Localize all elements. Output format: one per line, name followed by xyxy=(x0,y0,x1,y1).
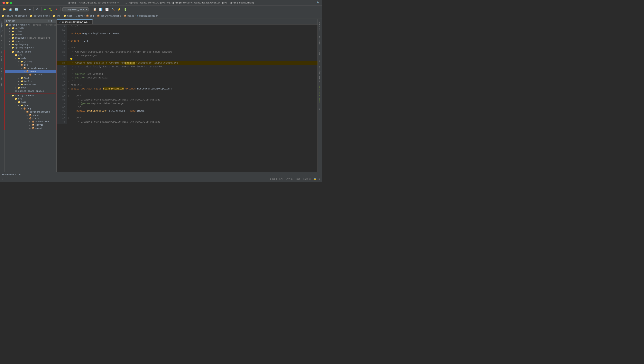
tree-spring-aop[interactable]: ▶ 📁 spring-aop xyxy=(5,43,57,46)
breadcrumb-spring-beans[interactable]: 📁 spring-beans xyxy=(30,14,50,17)
code-text: * xyxy=(70,69,317,72)
breadcrumb-beans[interactable]: 📦 beans xyxy=(124,14,134,17)
package-icon: 📦 xyxy=(32,127,35,130)
tree-java-beans[interactable]: ▶ 📁 java xyxy=(5,76,56,80)
tree-test[interactable]: ▶ 📁 test xyxy=(5,86,56,90)
tree-event[interactable]: ▶ 📦 event xyxy=(5,127,56,130)
bean-validation-tab[interactable]: Bean Validation xyxy=(318,84,321,104)
terminal-button[interactable]: ⚡ xyxy=(117,7,122,12)
project-tab[interactable]: 1: Project xyxy=(0,19,4,33)
tree-src-context[interactable]: ▾ 📁 src xyxy=(5,97,56,100)
tree-spring-context[interactable]: ▾ 📁 spring-context xyxy=(5,94,56,97)
tree-spring-beans[interactable]: ▾ 📁 spring-beans xyxy=(5,50,56,54)
tree-cache[interactable]: ▶ 📦 cache xyxy=(5,114,56,117)
breadcrumb-main[interactable]: 📁 main xyxy=(63,14,72,17)
fold-marker[interactable]: ⊖ xyxy=(67,80,70,83)
package-icon: 📦 xyxy=(23,107,26,110)
tree-java-context[interactable]: ▾ 📁 java xyxy=(5,104,56,107)
tree-idea[interactable]: ▶ 📁 .idea xyxy=(5,30,57,33)
tree-build[interactable]: ▶ 📁 build xyxy=(5,33,57,36)
database-tab[interactable]: Database xyxy=(318,34,321,47)
tree-resources[interactable]: ▶ 📁 resources xyxy=(5,83,56,86)
coverage-button[interactable]: 📊 xyxy=(98,7,103,12)
code-editor[interactable]: 1 ▾ /.../ 16 17 package org.springframew… xyxy=(57,24,317,172)
code-view[interactable]: 1 ▾ /.../ 16 17 package org.springframew… xyxy=(57,24,317,172)
tree-factory[interactable]: ▶ 📦 factory xyxy=(5,73,56,76)
tree-gradle[interactable]: ▶ 📁 .gradle xyxy=(5,26,57,30)
tree-spring-aspects[interactable]: ▶ 📁 spring-aspects xyxy=(5,46,57,50)
tree-springframework-beans[interactable]: ▾ 📦 springframework xyxy=(5,66,56,70)
bulb-icon[interactable]: 💡 xyxy=(70,58,73,61)
tree-buildsrc[interactable]: ▶ 📁 buildSrc [spring-build-src] xyxy=(5,36,57,40)
tree-label: spring-aspects xyxy=(15,46,34,49)
code-line-34: 34 xyxy=(57,91,317,94)
minimize-button[interactable] xyxy=(6,2,9,4)
sync-button[interactable]: 🔄 xyxy=(14,7,19,12)
save-button[interactable]: 💾 xyxy=(8,7,13,12)
fold-marker[interactable]: ⊖ xyxy=(67,94,70,98)
folder-icon: 📁 xyxy=(12,50,15,53)
breadcrumb-java[interactable]: ☕ java xyxy=(76,14,83,17)
editor-tab-beansexception[interactable]: J BeansException.java ✕ xyxy=(57,20,93,24)
gradle-tab[interactable]: Gradle xyxy=(318,48,321,58)
tree-main-context[interactable]: ▾ 📁 main xyxy=(5,100,56,104)
build-button[interactable]: 🔨 xyxy=(110,7,116,12)
breadcrumb-src[interactable]: 📁 src xyxy=(53,14,61,17)
open-button[interactable]: 📂 xyxy=(2,7,7,12)
jsf-tab[interactable]: JSF xyxy=(318,105,321,112)
run-config-dropdown[interactable]: spring-beans_main xyxy=(62,7,89,12)
maven-tab[interactable]: Maven Projects xyxy=(318,64,321,84)
web-tab[interactable]: Web xyxy=(0,82,4,88)
tree-main-beans[interactable]: ▾ 📁 main xyxy=(5,57,56,60)
stop-button[interactable]: ⏹ xyxy=(54,7,59,12)
vcs-button[interactable]: 📋 xyxy=(92,7,97,12)
power-save-button[interactable]: 🔋 xyxy=(123,7,128,12)
fold-marker[interactable]: ⊖ xyxy=(67,87,70,91)
project-dropdown[interactable]: ▾ xyxy=(17,20,19,22)
arrow-icon: ▶ xyxy=(17,80,20,82)
settings-button[interactable]: ⚙ xyxy=(35,7,40,12)
tree-org-beans[interactable]: ▾ 📦 org xyxy=(5,63,56,66)
tree-src-beans[interactable]: ▾ 📁 src xyxy=(5,54,56,57)
git-status[interactable]: Git: master xyxy=(296,178,311,180)
tree-kotlin[interactable]: ▶ 📁 kotlin xyxy=(5,80,56,83)
tree-groovy[interactable]: ▶ 📁 groovy xyxy=(5,60,56,63)
code-text: public abstract class BeansException ext… xyxy=(70,87,317,91)
ant-build-tab[interactable]: Ant Build xyxy=(318,20,321,34)
tree-config[interactable]: ▶ 📦 config xyxy=(5,124,56,127)
tree-root[interactable]: ▾ 📁 spring-framework [spring] ~/SpringSp… xyxy=(5,23,57,26)
tree-spring-beans-gradle[interactable]: ⬡ spring-beans.gradle xyxy=(5,90,56,93)
breadcrumb: 📁 spring-framework › 📁 spring-beans › 📁 … xyxy=(0,13,322,19)
tree-gradle2[interactable]: ▶ 📁 gradle xyxy=(5,40,57,43)
breadcrumb-beansexception[interactable]: C BeansException xyxy=(137,15,158,17)
tree-org-context[interactable]: ▾ 📦 org xyxy=(5,107,56,110)
fold-marker[interactable]: ▾ xyxy=(67,46,70,50)
forward-button[interactable]: ▶ xyxy=(28,7,32,12)
breadcrumb-org[interactable]: 📦 org xyxy=(86,14,94,17)
tree-springframework-context[interactable]: ▾ 📦 springframework xyxy=(5,110,56,114)
fold-marker[interactable]: ▾ xyxy=(67,39,70,43)
profiler-button[interactable]: 📈 xyxy=(104,7,110,12)
structure-tab[interactable]: 2: Structure xyxy=(0,33,4,50)
fold-marker[interactable]: ▾ xyxy=(67,24,70,28)
collapse-icon[interactable]: ⊖ xyxy=(48,20,50,22)
debug-button[interactable]: 🐛 xyxy=(48,7,53,12)
status-left: ⚠ xyxy=(2,178,3,180)
m-tab[interactable]: m xyxy=(318,58,321,64)
persistence-tab[interactable]: Persistence xyxy=(0,66,4,82)
fold-marker[interactable]: ⊖ xyxy=(67,116,70,120)
settings-icon[interactable]: ⚙ xyxy=(51,20,52,22)
tab-close-button[interactable]: ✕ xyxy=(89,21,90,23)
breadcrumb-springframework[interactable]: 📦 springframework xyxy=(97,14,121,17)
breadcrumb-spring-framework[interactable]: 📁 spring-framework xyxy=(2,14,27,17)
tree-annotation[interactable]: ▶ 📦 annotation xyxy=(5,120,56,124)
back-button[interactable]: ◀ xyxy=(23,7,27,12)
sort-icon[interactable]: ↕ xyxy=(53,20,55,22)
close-button[interactable] xyxy=(3,2,5,4)
run-button[interactable]: ▶ xyxy=(43,7,47,12)
tree-beans-selected[interactable]: ▾ 📦 beans xyxy=(5,70,56,73)
maximize-button[interactable] xyxy=(10,2,12,4)
favorites-tab[interactable]: 2: Favorites xyxy=(0,50,4,66)
tree-context[interactable]: ▾ 📦 context xyxy=(5,117,56,120)
search-icon[interactable]: 🔍 xyxy=(317,2,319,4)
